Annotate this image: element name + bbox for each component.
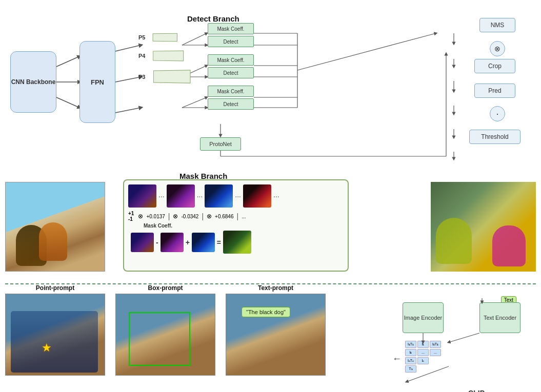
bottom-section: Point-prompt ★ Box-prompt Text-prompt <box>5 283 536 392</box>
segmented-bg <box>431 182 536 272</box>
matrix-cell-intn: IₙTₙ <box>405 357 416 364</box>
result-map-2 <box>161 233 184 252</box>
p3-label: P3 <box>138 74 149 80</box>
p5-shape <box>153 33 177 42</box>
coeff-dots: ... <box>242 214 246 219</box>
star-icon: ★ <box>42 341 52 355</box>
top-section: CNN Backbone FPN Detect Branch P5 P4 P3 <box>5 5 536 169</box>
detect-row-2: Mask Coeff. Detect <box>208 54 254 78</box>
crop-box: Crop <box>474 59 515 73</box>
right-panel: NMS ⊗ Crop Pred · Threshold <box>418 18 520 167</box>
mask-coeff-3: Mask Coeff. <box>208 86 254 97</box>
text-encoder-label: Text Encoder <box>484 315 516 321</box>
coeff-sep-2: | <box>202 212 204 220</box>
coeff-mult-1: ⊗ <box>138 213 143 220</box>
pyramid-p3: P3 <box>138 70 190 83</box>
matrix-cell-i2: I₂ <box>405 349 416 356</box>
nms-box: NMS <box>479 18 515 32</box>
clip-arrow: ← <box>392 354 402 364</box>
detect-2: Detect <box>208 67 254 78</box>
coeff-mult-3: ⊗ <box>207 213 212 220</box>
box-prompt-item: Box-prompt <box>115 284 215 376</box>
protonet-box: ProtoNet <box>200 137 241 151</box>
proto-map-4 <box>243 184 271 208</box>
svg-line-0 <box>56 56 79 67</box>
dots-2: ··· <box>197 192 203 200</box>
text-prompt-item: Text-prompt "The black dog" <box>226 284 326 376</box>
op-minus: - <box>156 238 158 246</box>
coeff-sep-1: | <box>168 212 170 220</box>
main-container: CNN Backbone FPN Detect Branch P5 P4 P3 <box>0 0 541 392</box>
svg-line-3 <box>115 45 141 51</box>
scale-neg: -1 <box>128 216 134 222</box>
proto-maps-container: ··· ··· ··· ··· +1 -1 ⊗ +0.0137 | ⊗ -0.0… <box>123 179 349 272</box>
coeff-val-1: +0.0137 <box>146 214 165 219</box>
proto-map-1 <box>128 184 156 208</box>
dots-4: ··· <box>273 192 279 200</box>
pyramid-p5: P5 <box>138 33 190 42</box>
image-encoder-label: Image Encoder <box>404 315 443 321</box>
text-prompt-image: "The black dog" <box>226 294 326 376</box>
p3-shape <box>153 70 191 83</box>
matrix-cell-i2t2: I₂T₂ <box>430 341 441 348</box>
svg-line-31 <box>449 333 479 342</box>
fpn-box: FPN <box>79 41 115 123</box>
svg-line-4 <box>115 77 141 82</box>
fpn-label: FPN <box>91 78 104 86</box>
coeff-sep-3: | <box>236 212 238 220</box>
multiply-box: ⊗ <box>490 41 505 56</box>
dog-image-right <box>431 182 536 272</box>
pred-box: Pred <box>474 84 515 98</box>
detect-boxes-container: Mask Coeff. Detect Mask Coeff. Detect Ma… <box>208 23 254 115</box>
point-prompt-item: Point-prompt ★ <box>5 284 105 376</box>
matrix-cell-dots2: ... <box>430 349 441 356</box>
scale-pos: +1 <box>128 211 134 216</box>
cnn-backbone-label: CNN Backbone <box>11 78 56 86</box>
mask-coeff-2: Mask Coeff. <box>208 54 254 66</box>
detect-row-1: Mask Coeff. Detect <box>208 23 254 47</box>
matrix-cell-i1: I₁ <box>417 341 429 348</box>
coeff-val-2: -0.0342 <box>181 214 198 219</box>
result-map-3 <box>192 233 215 252</box>
detect-3: Detect <box>208 98 254 110</box>
pyramid-p4: P4 <box>138 51 190 61</box>
matrix-cell-dots1: ... <box>417 349 429 356</box>
coeff-val-3: +0.6846 <box>215 214 233 219</box>
p4-label: P4 <box>138 53 149 59</box>
cnn-backbone-box: CNN Backbone <box>10 51 56 113</box>
result-row: - + = <box>128 231 344 254</box>
point-prompt-label: Point-prompt <box>36 284 74 292</box>
text-prompt-bg <box>226 294 325 375</box>
detect-row-3: Mask Coeff. Detect <box>208 86 254 110</box>
pyramid-container: P5 P4 P3 <box>138 33 190 83</box>
matrix-cell-t1: T₁ <box>405 365 416 373</box>
svg-line-5 <box>115 108 141 113</box>
point-prompt-image: ★ <box>5 294 105 376</box>
detect-1: Detect <box>208 36 254 47</box>
detect-branch-label: Detect Branch <box>187 14 239 23</box>
mask-coeff-1: Mask Coeff. <box>208 23 254 34</box>
result-map-1 <box>131 233 154 252</box>
clip-label: CLIP <box>468 389 485 392</box>
middle-section: Mask Branch ··· ··· ··· ··· <box>5 172 536 279</box>
svg-line-2 <box>56 97 79 108</box>
proto-row-top: ··· ··· ··· ··· <box>128 184 344 208</box>
text-encoder-box: Text Encoder <box>479 302 520 333</box>
matrix-cell-in: Iₙ <box>417 357 429 364</box>
op-equals: = <box>217 238 221 246</box>
svg-line-19 <box>297 33 436 70</box>
p4-shape <box>153 51 184 61</box>
clip-section: Text Image Encoder Text Encoder ← I₁T₁ I… <box>397 287 526 392</box>
p5-label: P5 <box>138 34 149 40</box>
threshold-box: Threshold <box>469 130 520 144</box>
dog-image-left <box>5 182 105 272</box>
dots-1: ··· <box>158 192 165 200</box>
op-plus: + <box>186 238 190 246</box>
coeff-container: +1 -1 ⊗ +0.0137 | ⊗ -0.0342 | ⊗ +0.6846 … <box>128 211 344 222</box>
scale-labels: +1 -1 <box>128 211 134 222</box>
proto-map-2 <box>167 184 195 208</box>
proto-map-3 <box>205 184 233 208</box>
result-map-final <box>223 231 251 254</box>
mask-coeff-label: Mask Coeff. <box>128 223 344 229</box>
box-prompt-label: Box-prompt <box>148 284 183 292</box>
